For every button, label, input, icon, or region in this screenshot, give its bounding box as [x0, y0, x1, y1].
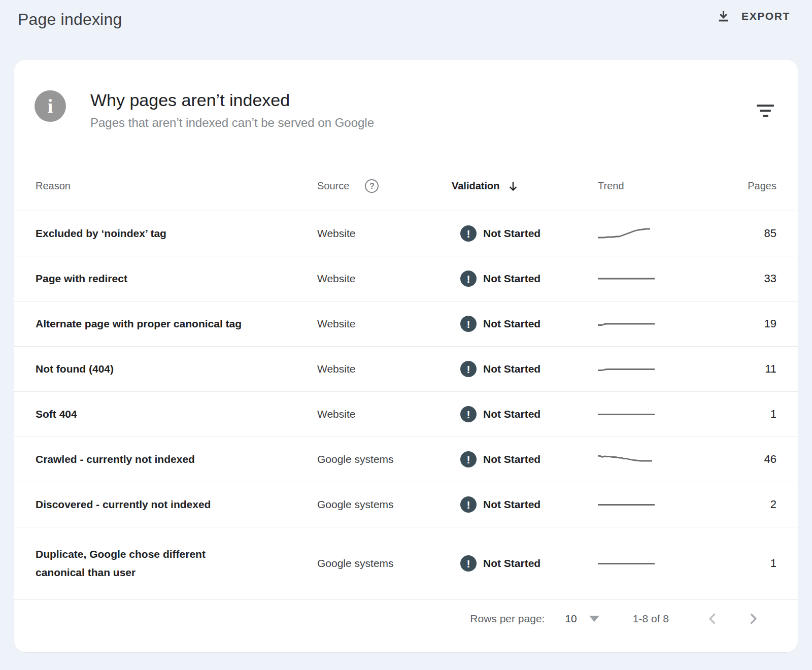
source-cell: Website — [317, 273, 355, 285]
table-body: Excluded by ‘noindex’ tag Website ! Not … — [14, 211, 798, 599]
validation-status: Not Started — [483, 363, 540, 375]
source-cell: Google systems — [317, 453, 394, 465]
pages-count: 11 — [765, 362, 776, 375]
download-icon — [717, 9, 730, 23]
pagination-range: 1-8 of 8 — [633, 613, 669, 625]
validation-status: Not Started — [483, 227, 540, 240]
validation-error-icon: ! — [460, 555, 477, 572]
source-cell: Website — [317, 363, 355, 375]
source-cell: Website — [317, 408, 355, 420]
pages-count: 85 — [764, 227, 776, 240]
validation-status: Not Started — [483, 498, 540, 511]
chevron-right-icon — [746, 612, 760, 626]
validation-status: Not Started — [483, 453, 540, 465]
trend-sparkline — [598, 361, 655, 377]
card-title: Why pages aren’t indexed — [90, 90, 374, 110]
pages-count: 2 — [770, 498, 776, 511]
pages-count: 19 — [764, 317, 776, 330]
trend-sparkline — [598, 316, 655, 331]
filter-icon[interactable] — [756, 104, 774, 118]
validation-error-icon: ! — [460, 496, 477, 513]
table-row[interactable]: Excluded by ‘noindex’ tag Website ! Not … — [14, 211, 798, 256]
validation-error-icon: ! — [460, 316, 477, 332]
table-row[interactable]: Duplicate, Google chose different canoni… — [14, 527, 798, 599]
validation-status: Not Started — [483, 318, 540, 330]
reason-cell: Soft 404 — [36, 405, 249, 423]
top-bar: Page indexing EXPORT — [0, 0, 812, 48]
previous-page-button[interactable] — [705, 612, 720, 626]
column-header-source[interactable]: Source ? — [317, 179, 452, 193]
table-row[interactable]: Soft 404 Website ! Not Started 1 — [14, 391, 798, 437]
pages-count: 33 — [764, 272, 776, 285]
reason-cell: Discovered - currently not indexed — [36, 495, 249, 514]
reason-cell: Crawled - currently not indexed — [36, 450, 249, 468]
validation-error-icon: ! — [460, 361, 477, 377]
source-cell: Google systems — [317, 498, 394, 511]
reason-cell: Alternate page with proper canonical tag — [36, 315, 249, 333]
validation-status: Not Started — [483, 408, 540, 420]
sort-descending-icon — [507, 180, 519, 192]
reason-cell: Page with redirect — [36, 270, 249, 288]
validation-status: Not Started — [483, 557, 540, 570]
table-header-row: Reason Source ? Validation Trend Pages — [14, 161, 798, 211]
rows-per-page-label: Rows per page: — [470, 613, 545, 625]
pages-count: 1 — [770, 557, 776, 570]
help-icon[interactable]: ? — [365, 179, 379, 193]
table-row[interactable]: Not found (404) Website ! Not Started 11 — [14, 346, 798, 391]
trend-sparkline — [598, 271, 655, 286]
dropdown-caret-icon — [589, 616, 599, 622]
source-cell: Google systems — [317, 557, 394, 570]
issues-table: Reason Source ? Validation Trend Pages — [14, 161, 798, 599]
source-cell: Website — [317, 227, 355, 240]
table-footer: Rows per page: 10 1-8 of 8 — [14, 599, 798, 652]
validation-error-icon: ! — [460, 451, 477, 467]
trend-sparkline — [598, 452, 655, 467]
reason-cell: Duplicate, Google chose different canoni… — [36, 545, 249, 582]
column-header-trend[interactable]: Trend — [598, 180, 699, 192]
pages-count: 46 — [764, 453, 776, 465]
info-icon: i — [35, 90, 66, 122]
export-label: EXPORT — [741, 10, 790, 22]
validation-error-icon: ! — [460, 225, 477, 242]
table-row[interactable]: Discovered - currently not indexed Googl… — [14, 482, 798, 527]
card-header: i Why pages aren’t indexed Pages that ar… — [35, 90, 374, 130]
validation-error-icon: ! — [460, 406, 477, 422]
trend-sparkline — [598, 497, 655, 512]
trend-sparkline — [598, 407, 655, 422]
trend-sparkline — [598, 556, 655, 571]
reason-cell: Not found (404) — [36, 360, 249, 378]
table-row[interactable]: Page with redirect Website ! Not Started… — [14, 256, 798, 301]
trend-sparkline — [598, 226, 655, 241]
export-button[interactable]: EXPORT — [717, 9, 790, 23]
column-header-validation[interactable]: Validation — [452, 180, 598, 192]
topbar-divider — [14, 48, 812, 48]
source-cell: Website — [317, 318, 355, 330]
reason-cell: Excluded by ‘noindex’ tag — [36, 224, 249, 243]
validation-error-icon: ! — [460, 271, 477, 287]
column-header-pages[interactable]: Pages — [699, 180, 798, 192]
table-row[interactable]: Crawled - currently not indexed Google s… — [14, 437, 798, 482]
card-subtitle: Pages that aren’t indexed can’t be serve… — [90, 116, 374, 130]
rows-per-page-value: 10 — [565, 613, 577, 625]
column-header-reason[interactable]: Reason — [14, 180, 317, 192]
validation-status: Not Started — [483, 273, 540, 285]
rows-per-page-select[interactable]: 10 — [565, 613, 599, 625]
pages-count: 1 — [770, 408, 776, 420]
next-page-button[interactable] — [746, 612, 760, 626]
table-row[interactable]: Alternate page with proper canonical tag… — [14, 301, 798, 346]
page-title: Page indexing — [18, 10, 122, 29]
chevron-left-icon — [705, 612, 720, 626]
why-pages-not-indexed-card: i Why pages aren’t indexed Pages that ar… — [14, 60, 798, 652]
